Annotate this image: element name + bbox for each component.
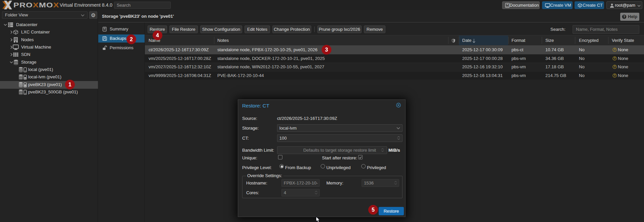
svg-text:?: ? xyxy=(614,65,615,68)
svg-text:?: ? xyxy=(614,57,615,60)
svg-text:?: ? xyxy=(614,48,615,51)
svg-text:?: ? xyxy=(614,74,615,77)
svg-text:?: ? xyxy=(623,15,625,19)
